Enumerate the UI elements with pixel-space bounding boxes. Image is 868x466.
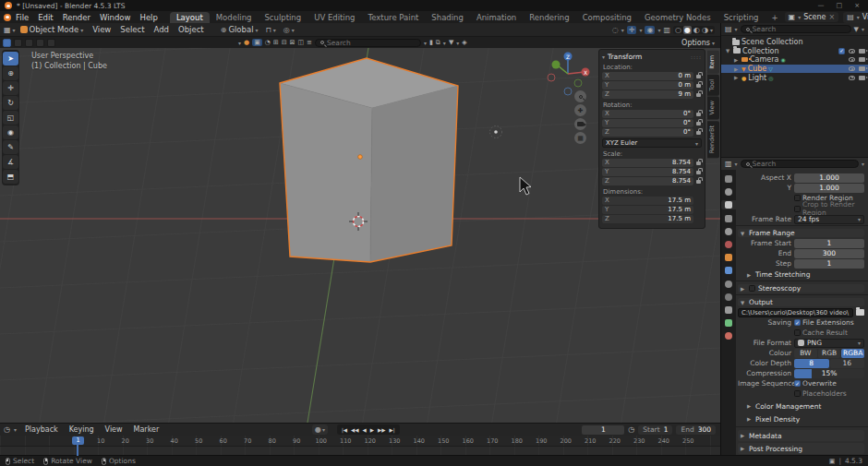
add-cube-tool[interactable]: ⬒ [3, 170, 18, 184]
render-visibility-icon[interactable] [859, 49, 865, 54]
frame-rate-dropdown[interactable]: 24 fps ▾ [794, 215, 864, 224]
eye-icon[interactable] [849, 49, 855, 54]
value-field[interactable]: Y0° [602, 119, 693, 127]
tab-physics[interactable] [722, 293, 735, 302]
n-panel-tab[interactable]: RenderBt [707, 121, 719, 158]
lock-icon[interactable] [696, 75, 701, 78]
eye-icon[interactable] [849, 76, 855, 80]
compression-slider[interactable]: 15% [794, 369, 864, 378]
visibility-dropdown-icon[interactable]: ◌ [612, 26, 619, 34]
transform-orientation[interactable]: ⊕ Global ▾ [218, 25, 261, 34]
tab-object-data[interactable] [722, 318, 735, 328]
lock-icon[interactable] [696, 122, 701, 125]
current-frame-field[interactable]: 1 [582, 425, 624, 435]
lock-icon[interactable] [696, 93, 701, 97]
lock-icon[interactable] [696, 113, 701, 116]
render-visibility-icon[interactable] [859, 57, 865, 62]
tab-modifiers[interactable] [722, 266, 735, 275]
annotate-tool[interactable]: ✎ [3, 140, 18, 154]
color-bw-button[interactable]: BW [794, 349, 817, 358]
value-field[interactable]: Y8.754 [602, 168, 693, 176]
crop-region-checkbox[interactable] [794, 206, 801, 212]
viewport-menu-item[interactable]: Object [174, 25, 209, 34]
workspace-tab[interactable]: UV Editing [307, 12, 361, 23]
value-field[interactable]: Z17.5 m [602, 215, 693, 223]
perspective-toggle-button[interactable]: ▦ [574, 132, 586, 144]
color-rgb-button[interactable]: RGB [818, 349, 841, 358]
frame-start-field[interactable]: 1 [794, 239, 864, 248]
lock-icon[interactable] [696, 84, 701, 88]
menu-item[interactable]: Help [135, 13, 162, 22]
select-mode-intersect-icon[interactable] [47, 39, 55, 47]
select-mode-invert-icon[interactable] [36, 39, 44, 47]
tab-constraints[interactable] [722, 305, 735, 315]
measure-tool[interactable]: ∡ [3, 155, 18, 169]
options-dropdown[interactable]: Options ▾ [681, 39, 715, 47]
tab-object[interactable] [722, 253, 735, 262]
timeline-menu-item[interactable]: Marker [129, 425, 164, 434]
editor-type-icon[interactable]: ▦ [4, 26, 11, 34]
value-field[interactable]: X0° [602, 110, 693, 118]
tool-option-icon[interactable]: ⊟ [282, 39, 287, 46]
outliner-search[interactable] [741, 25, 851, 33]
n-panel-tab[interactable]: View [707, 96, 719, 119]
expand-arrow-icon[interactable]: ▶ [732, 66, 740, 72]
viewport-menu-item[interactable]: Select [115, 25, 149, 34]
shading-rendered-icon[interactable]: ◑ [702, 26, 708, 34]
value-field[interactable]: X0 m [602, 72, 693, 80]
workspace-tab[interactable]: Texture Paint [362, 12, 426, 23]
collapsed-subpanel[interactable]: ▶ Color Management [738, 400, 864, 412]
timeline-ruler[interactable]: 1020304050607080901001101201301401501601… [0, 436, 720, 446]
chevron-down-icon[interactable]: ▾ [238, 40, 241, 46]
render-visibility-icon[interactable] [859, 76, 865, 80]
outliner-row-light[interactable]: ▶ ● Light ◎ [721, 73, 868, 82]
filter-funnel-icon[interactable]: ▼ [449, 39, 453, 46]
properties-search[interactable] [741, 160, 859, 168]
eye-icon[interactable] [849, 57, 855, 62]
frame-end-field[interactable]: End 300 [676, 425, 716, 435]
outliner-editor-icon[interactable]: ▤ [725, 25, 732, 33]
tool-option-icon[interactable]: ⊠ [290, 39, 295, 46]
collapse-icon[interactable]: ▾ [602, 54, 605, 60]
snapping-toggle[interactable]: ⊓ ▾ [263, 26, 279, 34]
time-stretching-section[interactable]: ▶ Time Stretching [738, 270, 864, 279]
clock-icon[interactable]: ◷ [4, 425, 10, 434]
workspace-tab[interactable]: Rendering [523, 12, 575, 23]
shading-wireframe-icon[interactable]: ○ [675, 26, 681, 34]
copy-settings-icon[interactable]: ⧉ [436, 39, 440, 46]
tool-option-icon[interactable]: ◫ [297, 39, 304, 46]
gizmos-toggle-icon[interactable]: ✛ [627, 26, 637, 34]
mode-selector[interactable]: Object Mode ▾ [18, 25, 87, 34]
close-button[interactable]: × [854, 2, 860, 9]
workspace-tab[interactable]: Shading [425, 12, 470, 23]
playhead[interactable]: 1 [72, 436, 84, 445]
jump-to-start-button[interactable]: |◀ [342, 427, 347, 433]
workspace-tab[interactable]: Layout [170, 12, 210, 23]
viewport-menu-item[interactable]: Add [150, 25, 174, 34]
frame-start-field[interactable]: Start 1 [638, 425, 672, 435]
file-extensions-checkbox[interactable]: ✓ [794, 319, 801, 326]
prev-keyframe-button[interactable]: ◀◀ [351, 427, 358, 433]
workspace-tab[interactable]: + [765, 12, 784, 23]
minimize-button[interactable]: — [818, 2, 825, 9]
collapsed-subpanel[interactable]: ▶ Pixel Density [738, 413, 864, 424]
depth-16-button[interactable]: 16 [830, 359, 865, 368]
value-field[interactable]: Z8.754 [602, 177, 693, 185]
placeholders-checkbox[interactable] [794, 390, 801, 397]
n-panel-tab[interactable]: Tool [707, 75, 719, 96]
workspace-tab[interactable]: Animation [470, 12, 523, 23]
folder-icon[interactable] [856, 309, 864, 316]
transform-tool[interactable]: ◉ [3, 125, 18, 139]
expand-arrow-icon[interactable]: ▼ [724, 48, 731, 54]
output-path-field[interactable]: C:\Users\curio\Desktop\360 video\ [738, 308, 853, 317]
n-panel-tab[interactable]: Item [707, 51, 719, 74]
timeline-menu-item[interactable]: Keying [65, 425, 99, 434]
outliner-row-scene-collection[interactable]: Scene Collection [721, 38, 868, 47]
tab-output[interactable] [721, 200, 736, 209]
viewport-search[interactable] [315, 39, 421, 47]
shading-material-icon[interactable]: ◐ [693, 26, 700, 34]
proportional-editing-toggle[interactable]: ◎ ▾ [281, 26, 297, 34]
tool-option-icon[interactable]: ⊞ [273, 39, 279, 46]
tool-option-icon[interactable]: ≡ [307, 39, 312, 46]
value-field[interactable]: Y17.5 m [602, 206, 693, 214]
